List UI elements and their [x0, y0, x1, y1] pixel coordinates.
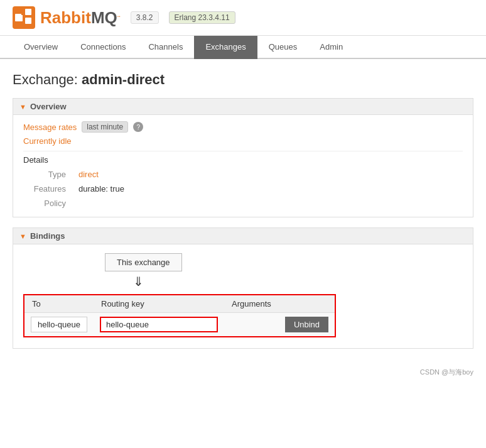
footer-text: CSDN @与海boy — [420, 368, 473, 376]
logo-area: RabbitMQ.. — [13, 6, 121, 29]
main-content: Exchange: admin-direct ▼ Overview Messag… — [0, 59, 486, 361]
policy-value — [73, 196, 463, 210]
nav-item-overview[interactable]: Overview — [13, 36, 69, 59]
footer: CSDN @与海boy — [0, 361, 486, 383]
details-table: Type direct Features durable: true Polic… — [23, 167, 463, 210]
details-label: Details — [23, 151, 463, 165]
message-rates-row: Message rates last minute ? — [23, 121, 463, 133]
features-label: Features — [23, 182, 73, 196]
bindings-collapse-arrow: ▼ — [19, 232, 26, 240]
page-title: Exchange: admin-direct — [13, 72, 473, 88]
nav-item-admin[interactable]: Admin — [308, 36, 354, 59]
svg-rect-3 — [25, 18, 31, 24]
arrow-down-icon: ⇓ — [133, 274, 463, 289]
rate-badge[interactable]: last minute — [82, 121, 128, 133]
version-badge: 3.8.2 — [131, 11, 159, 24]
this-exchange-button[interactable]: This exchange — [105, 253, 182, 271]
queue-name: hello-queue — [31, 317, 87, 332]
details-row-features: Features durable: true — [23, 182, 463, 196]
col-arguments: Arguments — [224, 295, 279, 313]
nav-item-queues[interactable]: Queues — [257, 36, 309, 59]
overview-section-title: Overview — [30, 102, 67, 111]
bindings-section-header[interactable]: ▼ Bindings — [13, 227, 473, 244]
overview-section-header[interactable]: ▼ Overview — [13, 98, 473, 115]
policy-label: Policy — [23, 196, 73, 210]
nav-item-exchanges[interactable]: Exchanges — [194, 36, 257, 59]
type-label: Type — [23, 167, 73, 182]
logo-text: RabbitMQ.. — [40, 8, 121, 28]
binding-arguments-cell — [224, 313, 279, 337]
nav-item-connections[interactable]: Connections — [69, 36, 137, 59]
main-nav: Overview Connections Channels Exchanges … — [0, 36, 486, 59]
details-row-type: Type direct — [23, 167, 463, 182]
binding-to-cell: hello-queue — [24, 313, 94, 337]
svg-rect-2 — [25, 9, 31, 15]
header: RabbitMQ.. 3.8.2 Erlang 23.3.4.11 — [0, 0, 486, 36]
bindings-table-header-row: To Routing key Arguments — [24, 295, 335, 313]
binding-unbind-cell: Unbind — [279, 313, 335, 337]
erlang-badge: Erlang 23.3.4.11 — [169, 11, 235, 24]
logo-tm: .. — [117, 12, 121, 18]
svg-rect-4 — [21, 13, 24, 15]
details-row-policy: Policy — [23, 196, 463, 210]
unbind-button[interactable]: Unbind — [285, 317, 328, 332]
page-title-prefix: Exchange: — [13, 72, 82, 87]
rabbitmq-logo-icon — [13, 6, 35, 29]
type-value: direct — [73, 167, 463, 182]
currently-idle: Currently idle — [23, 136, 463, 146]
bindings-section-body: This exchange ⇓ To Routing key Arguments… — [13, 244, 473, 349]
this-exchange-btn-wrapper: This exchange — [23, 253, 463, 274]
routing-key-input[interactable] — [100, 317, 218, 332]
overview-section-body: Message rates last minute ? Currently id… — [13, 115, 473, 217]
col-action — [279, 295, 335, 313]
message-rates-label: Message rates — [23, 123, 77, 132]
exchange-name: admin-direct — [82, 72, 165, 87]
nav-item-channels[interactable]: Channels — [137, 36, 194, 59]
overview-collapse-arrow: ▼ — [19, 103, 26, 111]
binding-routing-key-cell — [94, 313, 224, 337]
bindings-table: To Routing key Arguments hello-queue — [24, 295, 335, 336]
bindings-section-title: Bindings — [30, 231, 65, 241]
col-routing-key: Routing key — [94, 295, 224, 313]
features-value: durable: true — [73, 182, 463, 196]
binding-row: hello-queue Unbind — [24, 313, 335, 337]
col-to: To — [24, 295, 94, 313]
bindings-table-wrapper: To Routing key Arguments hello-queue — [23, 294, 336, 337]
help-icon[interactable]: ? — [133, 122, 143, 132]
